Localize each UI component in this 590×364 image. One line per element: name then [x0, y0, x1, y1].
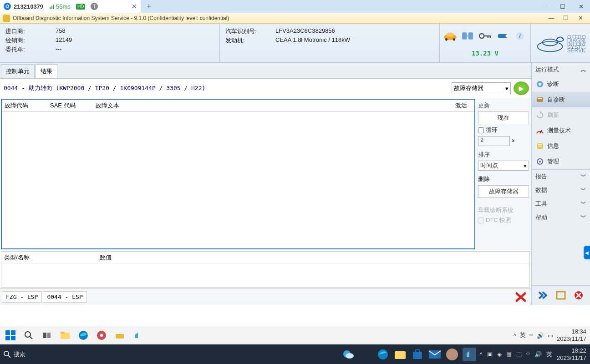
svg-rect-26	[538, 98, 542, 99]
wifi2-icon[interactable]: ⌔	[526, 351, 530, 358]
new-tab-button[interactable]: +	[141, 2, 157, 11]
volume2-icon[interactable]: 🔊	[534, 351, 542, 358]
tab-control-unit[interactable]: 控制单元	[1, 64, 35, 78]
svg-rect-38	[11, 336, 15, 340]
nav-info[interactable]: 信息	[532, 138, 590, 154]
nav-measurement[interactable]: 测量技术	[532, 123, 590, 138]
svg-rect-55	[395, 351, 406, 359]
mail-icon[interactable]	[428, 348, 442, 361]
close-action-button[interactable]	[513, 290, 529, 304]
app-maximize-button[interactable]: ☐	[559, 14, 573, 22]
tray-icon-4[interactable]: ⬚	[516, 351, 522, 358]
wifi-icon[interactable]: ⌔	[529, 332, 533, 339]
weather-icon[interactable]	[341, 348, 355, 361]
go-button[interactable]: ▶	[514, 81, 529, 95]
store-icon[interactable]	[411, 348, 424, 361]
odis-taskbar-icon[interactable]	[113, 329, 127, 342]
status-fzg: FZG - ESP	[2, 291, 42, 303]
delete-store-button[interactable]: 故障存储器	[478, 185, 529, 198]
ime2-indicator[interactable]: 英	[546, 350, 552, 359]
detail-table[interactable]: 类型/名称 数值	[1, 251, 530, 288]
expand-icon: ︾	[580, 200, 586, 208]
close-window-button[interactable]: ✕	[572, 0, 590, 13]
minimize-button[interactable]: —	[535, 0, 554, 13]
battery-icon[interactable]: ▭	[548, 332, 553, 339]
svg-point-24	[539, 83, 541, 86]
mode-header[interactable]: 运行模式︽	[532, 63, 590, 76]
svg-rect-35	[5, 330, 10, 335]
nav-admin[interactable]: 管理	[532, 154, 590, 169]
ime-indicator[interactable]: 英	[520, 331, 526, 339]
maximize-button[interactable]: ☐	[554, 0, 572, 13]
now-button[interactable]: 现在	[478, 111, 529, 124]
svg-text:SERVICE: SERVICE	[567, 47, 585, 54]
tray-chevron-icon[interactable]: ^	[514, 332, 516, 339]
app-minimize-button[interactable]: —	[544, 14, 558, 22]
svg-point-6	[453, 38, 455, 40]
chevron-down-icon: ▾	[505, 85, 509, 92]
svg-line-40	[30, 337, 32, 339]
app-close-button[interactable]: ✕	[574, 14, 587, 22]
nav-self-diagnosis[interactable]: 自诊断	[532, 92, 590, 107]
loop-checkbox[interactable]	[478, 127, 484, 133]
section-help[interactable]: 帮助︾	[532, 211, 590, 224]
edge2-icon[interactable]	[376, 348, 390, 361]
edge-icon[interactable]	[76, 329, 90, 342]
tray-icon-2[interactable]: ◈	[497, 351, 502, 358]
connection-icon[interactable]	[460, 29, 475, 43]
nav-diagnosis[interactable]: 诊断	[532, 76, 590, 92]
interval-input[interactable]: 2	[478, 136, 510, 146]
forward-button[interactable]	[535, 288, 551, 302]
tray-icon-3[interactable]: ▦	[506, 351, 512, 358]
clock2[interactable]: 18:222023/11/17	[557, 347, 586, 361]
app-taskbar-icon[interactable]	[131, 329, 145, 342]
svg-point-5	[445, 38, 448, 40]
tab-title: 213210379	[14, 3, 43, 10]
tray-tab[interactable]: ◀	[584, 246, 590, 259]
mode-select[interactable]: 故障存储器▾	[452, 82, 511, 94]
collapse-icon: ︽	[580, 66, 586, 74]
section-tools[interactable]: 工具︾	[532, 197, 590, 211]
close-tab-icon[interactable]: ✕	[132, 3, 137, 10]
explorer2-icon[interactable]	[393, 348, 407, 361]
obd-label: 车载诊断系统	[478, 206, 529, 214]
usb-icon[interactable]	[495, 29, 510, 43]
tab-results[interactable]: 结果	[36, 64, 57, 78]
expand-icon: ︾	[580, 172, 586, 181]
info-icon[interactable]: i	[512, 29, 528, 43]
sort-select[interactable]: 时间点▾	[478, 161, 529, 171]
svg-rect-56	[413, 352, 422, 359]
svg-rect-57	[416, 350, 419, 352]
svg-point-53	[346, 353, 354, 359]
svg-rect-37	[5, 336, 10, 340]
volume-icon[interactable]: 🔊	[537, 332, 544, 339]
start-button[interactable]	[4, 329, 17, 342]
search-icon[interactable]	[22, 329, 36, 342]
module-path: 0044 - 助力转向 (KWP2000 / TP20 / 1K0909144P…	[2, 82, 449, 94]
browser-tab[interactable]: Ω 213210379 55ms HD T ✕	[0, 0, 141, 13]
active-app-icon[interactable]	[463, 348, 476, 361]
app-title: Offboard Diagnostic Information System S…	[13, 15, 229, 21]
fault-table[interactable]: 故障代码 SAE 代码 故障文本 激活	[1, 99, 475, 249]
nav-refresh: 刷新	[532, 107, 590, 123]
tray-chevron2-icon[interactable]: ^	[480, 351, 483, 358]
svg-rect-7	[462, 32, 467, 39]
search-box[interactable]: 搜索	[4, 350, 25, 359]
avatar-icon[interactable]	[445, 348, 459, 361]
tray-icon-1[interactable]: ▣	[487, 351, 493, 358]
task-view-icon[interactable]	[40, 329, 54, 342]
svg-point-48	[100, 334, 103, 337]
key-icon[interactable]	[477, 29, 493, 43]
status-module: 0044 - ESP	[43, 291, 86, 303]
explorer-icon[interactable]	[58, 329, 72, 342]
signal-icon	[50, 4, 55, 9]
chrome-icon[interactable]	[95, 329, 108, 342]
car-icon[interactable]	[442, 29, 458, 43]
table-header: 故障代码 SAE 代码 故障文本 激活	[2, 100, 474, 112]
section-report[interactable]: 报告︾	[532, 170, 590, 183]
exit-button[interactable]	[570, 288, 587, 302]
fullscreen-button[interactable]	[553, 288, 569, 302]
clock[interactable]: 18:342023/11/17	[557, 328, 586, 342]
section-data[interactable]: 数据︾	[532, 183, 590, 197]
svg-point-39	[25, 332, 31, 337]
